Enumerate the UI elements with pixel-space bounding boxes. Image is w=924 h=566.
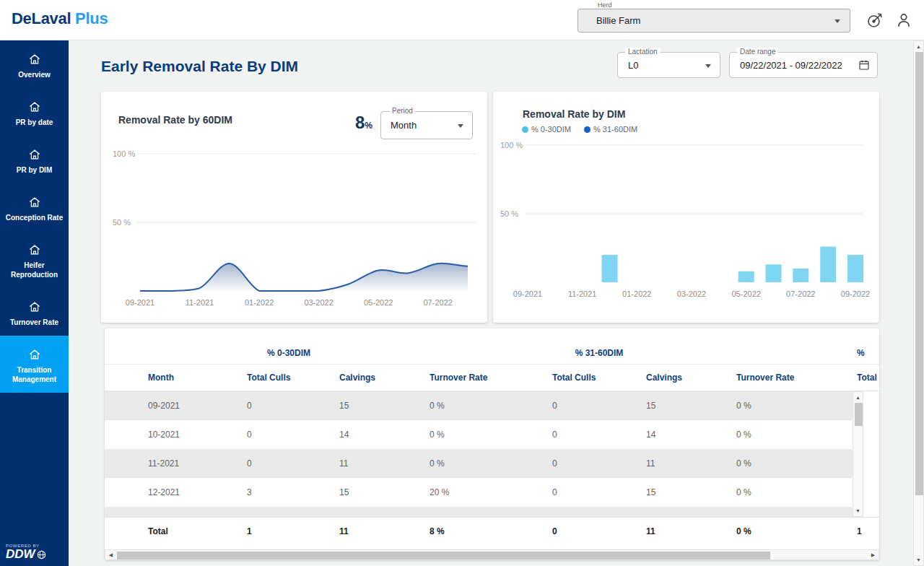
- table-cell: 0 %: [736, 401, 857, 411]
- table-cell: 0: [247, 516, 339, 517]
- scroll-up-arrow-icon[interactable]: ▲: [914, 42, 923, 51]
- scroll-left-arrow-icon[interactable]: ◀: [106, 550, 116, 560]
- table-group-header: % 0-30DIM % 31-60DIM %: [105, 328, 879, 365]
- table-cell: 0 %: [736, 458, 857, 469]
- column-header-total-culls: Total Culls: [857, 373, 879, 383]
- home-icon: [27, 300, 42, 314]
- home-icon: [27, 100, 42, 114]
- lactation-value: L0: [628, 60, 638, 71]
- scroll-right-arrow-icon[interactable]: ▶: [868, 550, 878, 560]
- svg-text:11-2021: 11-2021: [568, 289, 597, 298]
- table-cell: 0: [552, 487, 646, 497]
- home-icon: [27, 52, 42, 66]
- scroll-down-arrow-icon[interactable]: ▼: [914, 555, 923, 565]
- table-cell: 0: [552, 401, 646, 411]
- table-cell: 0: [552, 516, 646, 517]
- svg-text:09-2021: 09-2021: [513, 289, 542, 298]
- sidebar-item-conception-rate[interactable]: Conception Rate: [0, 183, 69, 231]
- globe-icon: [37, 550, 46, 560]
- table-cell: 12-2021: [148, 487, 247, 497]
- total-cell: 1: [247, 526, 339, 536]
- total-cell: 11: [646, 526, 736, 536]
- goal-target-button[interactable]: [864, 9, 886, 31]
- sidebar-item-overview[interactable]: Overview: [0, 40, 69, 88]
- table-row: 01-2022080 %080 %: [105, 507, 863, 517]
- sidebar-item-label: PR by DIM: [17, 165, 52, 175]
- scroll-down-arrow-icon[interactable]: ▼: [853, 506, 863, 515]
- herd-select-value: Billie Farm: [596, 15, 640, 26]
- chevron-down-icon: [705, 64, 711, 68]
- group-header-0-30dim: % 0-30DIM: [267, 348, 310, 358]
- table-cell: 14: [646, 430, 736, 440]
- column-header-total-culls: Total Culls: [247, 373, 339, 383]
- line-chart-title: Removal Rate by 60DIM: [118, 114, 232, 126]
- period-label: Period: [390, 107, 415, 115]
- table-cell: 0: [247, 458, 339, 469]
- line-chart: 100 %50 %09-202111-202101-202203-202205-…: [113, 145, 482, 313]
- removal-rate-by-dim-card: Removal Rate by DIM % 0-30DIM % 31-60DIM…: [493, 92, 879, 323]
- table-cell: 0 %: [736, 487, 857, 497]
- table-cell: 11-2021: [148, 458, 247, 469]
- table-cell: 14: [339, 430, 430, 440]
- column-header-calvings: Calvings: [339, 373, 430, 383]
- sidebar-item-label: PR by date: [16, 118, 53, 127]
- scrollbar-thumb[interactable]: [915, 52, 923, 495]
- legend-dot-dark: [584, 126, 590, 133]
- chart-legend: % 0-30DIM % 31-60DIM: [522, 125, 637, 134]
- home-icon: [27, 347, 42, 362]
- main-content: Early Removal Rate By DIM Lactation L0 D…: [69, 40, 913, 566]
- herd-select-label: Herd: [598, 1, 612, 9]
- table-cell: 01-2022: [148, 516, 247, 517]
- table-body: 09-20210150 %0150 %10-20210140 %0140 %11…: [105, 391, 863, 517]
- removal-rate-value: 8%: [355, 113, 372, 133]
- ddw-footer-logo: POWERED BY DDW: [6, 544, 46, 561]
- top-bar: DeLaval Plus Herd Billie Farm: [0, 0, 924, 40]
- sidebar-item-heifer-reproduction[interactable]: Heifer Reproduction: [0, 231, 69, 288]
- sidebar-item-turnover-rate[interactable]: Turnover Rate: [0, 288, 69, 336]
- scrollbar-thumb[interactable]: [117, 552, 770, 560]
- period-select[interactable]: Period Month: [380, 111, 473, 139]
- table-vertical-scrollbar[interactable]: ▲ ▼: [853, 391, 863, 517]
- scrollbar-thumb[interactable]: [855, 403, 863, 426]
- table-cell: 3: [247, 487, 339, 497]
- total-cell: 0 %: [736, 526, 857, 536]
- lactation-label: Lactation: [625, 48, 661, 56]
- app-logo: DeLaval Plus: [12, 9, 108, 28]
- svg-text:07-2022: 07-2022: [786, 289, 815, 298]
- herd-select[interactable]: Billie Farm: [578, 9, 850, 32]
- table-column-header: Month Total Culls Calvings Turnover Rate…: [105, 365, 879, 391]
- legend-item-31-60dim[interactable]: % 31-60DIM: [584, 125, 637, 134]
- date-range-input[interactable]: Date range 09/22/2021 - 09/22/2022: [729, 52, 878, 78]
- table-cell: 0 %: [430, 401, 552, 411]
- home-icon: [27, 147, 42, 162]
- table-cell: 0: [247, 401, 339, 411]
- svg-text:01-2022: 01-2022: [622, 289, 651, 298]
- column-header-month: Month: [148, 373, 247, 383]
- sidebar-item-label: Conception Rate: [6, 213, 63, 222]
- scroll-up-arrow-icon[interactable]: ▲: [853, 393, 863, 402]
- person-icon: [894, 11, 913, 30]
- total-cell: 1: [857, 526, 879, 536]
- sidebar: Overview PR by date PR by DIM Conception…: [0, 40, 69, 566]
- calendar-icon[interactable]: [858, 58, 871, 71]
- account-button[interactable]: [893, 9, 915, 31]
- home-icon: [27, 243, 42, 257]
- column-header-turnover-rate: Turnover Rate: [736, 373, 857, 383]
- legend-item-0-30dim[interactable]: % 0-30DIM: [522, 125, 571, 134]
- lactation-select[interactable]: Lactation L0: [617, 52, 720, 78]
- bar-chart-title: Removal Rate by DIM: [523, 108, 625, 120]
- sidebar-item-pr-by-dim[interactable]: PR by DIM: [0, 136, 69, 183]
- sidebar-item-transition-management[interactable]: Transition Management: [0, 336, 69, 393]
- table-cell: 15: [339, 401, 430, 411]
- main-vertical-scrollbar[interactable]: ▲ ▼: [913, 40, 924, 566]
- table-cell: 15: [646, 401, 736, 411]
- chevron-down-icon: [834, 19, 840, 23]
- page-title: Early Removal Rate By DIM: [101, 58, 298, 75]
- table-cell: 0: [552, 458, 646, 469]
- svg-text:11-2021: 11-2021: [186, 298, 214, 307]
- table-horizontal-scrollbar[interactable]: ◀ ▶: [105, 549, 879, 560]
- table-cell: 09-2021: [148, 401, 247, 411]
- column-header-total-culls: Total Culls: [552, 373, 646, 383]
- sidebar-item-pr-by-date[interactable]: PR by date: [0, 88, 69, 136]
- svg-text:03-2022: 03-2022: [304, 298, 333, 307]
